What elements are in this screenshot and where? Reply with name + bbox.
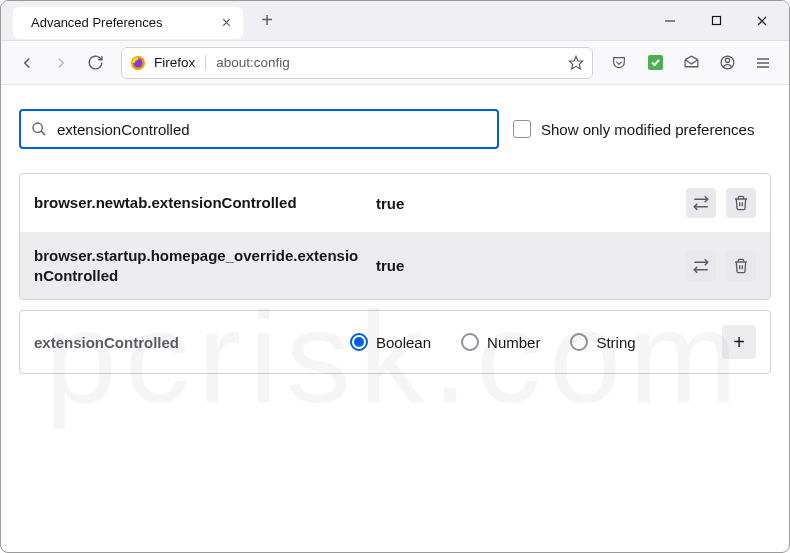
url-path: about:config xyxy=(216,55,290,70)
radio-icon xyxy=(461,333,479,351)
maximize-button[interactable] xyxy=(693,1,739,41)
inbox-icon[interactable] xyxy=(675,47,707,79)
tab-title: Advanced Preferences xyxy=(31,15,222,30)
radio-label: Boolean xyxy=(376,334,431,351)
show-modified-label: Show only modified preferences xyxy=(541,121,754,138)
radio-number[interactable]: Number xyxy=(461,333,540,351)
reload-button[interactable] xyxy=(79,47,111,79)
firefox-logo-icon xyxy=(130,55,146,71)
window-controls xyxy=(647,1,785,41)
radio-string[interactable]: String xyxy=(570,333,635,351)
delete-icon[interactable] xyxy=(726,188,756,218)
radio-label: String xyxy=(596,334,635,351)
new-preference-row: extensionControlled Boolean Number Strin… xyxy=(19,310,771,374)
preference-row[interactable]: browser.newtab.extensionControlled true xyxy=(20,174,770,232)
pref-name: browser.startup.homepage_override.extens… xyxy=(34,246,364,285)
account-icon[interactable] xyxy=(711,47,743,79)
search-input[interactable] xyxy=(57,121,487,138)
bookmark-star-icon[interactable] xyxy=(568,55,584,71)
back-button[interactable] xyxy=(11,47,43,79)
preference-list: browser.newtab.extensionControlled true … xyxy=(19,173,771,300)
pref-value: true xyxy=(376,257,674,274)
content-area: Show only modified preferences browser.n… xyxy=(1,85,789,398)
pocket-icon[interactable] xyxy=(603,47,635,79)
toggle-icon[interactable] xyxy=(686,188,716,218)
pref-name: browser.newtab.extensionControlled xyxy=(34,193,364,213)
svg-point-13 xyxy=(33,123,42,132)
minimize-button[interactable] xyxy=(647,1,693,41)
url-prefix: Firefox xyxy=(154,55,206,70)
svg-point-9 xyxy=(725,58,729,62)
radio-icon xyxy=(350,333,368,351)
add-button[interactable]: + xyxy=(722,325,756,359)
titlebar: Advanced Preferences × + xyxy=(1,1,789,41)
svg-line-14 xyxy=(41,131,45,135)
show-modified-checkbox[interactable]: Show only modified preferences xyxy=(513,120,754,138)
type-radio-group: Boolean Number String xyxy=(350,333,636,351)
svg-marker-6 xyxy=(569,56,582,69)
radio-label: Number xyxy=(487,334,540,351)
preference-row[interactable]: browser.startup.homepage_override.extens… xyxy=(20,232,770,299)
extension-icon[interactable] xyxy=(639,47,671,79)
browser-tab[interactable]: Advanced Preferences × xyxy=(13,7,243,39)
close-tab-icon[interactable]: × xyxy=(222,14,231,32)
toggle-icon[interactable] xyxy=(686,251,716,281)
window-frame: Advanced Preferences × + xyxy=(0,0,790,553)
search-box[interactable] xyxy=(19,109,499,149)
pref-actions xyxy=(686,251,756,281)
checkbox-icon xyxy=(513,120,531,138)
forward-button[interactable] xyxy=(45,47,77,79)
delete-icon[interactable] xyxy=(726,251,756,281)
toolbar-right xyxy=(603,47,779,79)
hamburger-menu-icon[interactable] xyxy=(747,47,779,79)
toolbar: Firefox about:config xyxy=(1,41,789,85)
new-tab-button[interactable]: + xyxy=(253,7,281,35)
svg-rect-1 xyxy=(712,17,720,25)
search-row: Show only modified preferences xyxy=(19,109,771,149)
radio-icon xyxy=(570,333,588,351)
close-window-button[interactable] xyxy=(739,1,785,41)
search-icon xyxy=(31,121,47,137)
radio-boolean[interactable]: Boolean xyxy=(350,333,431,351)
url-bar[interactable]: Firefox about:config xyxy=(121,47,593,79)
url-text: Firefox about:config xyxy=(154,55,290,70)
new-pref-name: extensionControlled xyxy=(34,334,314,351)
pref-value: true xyxy=(376,195,674,212)
pref-actions xyxy=(686,188,756,218)
